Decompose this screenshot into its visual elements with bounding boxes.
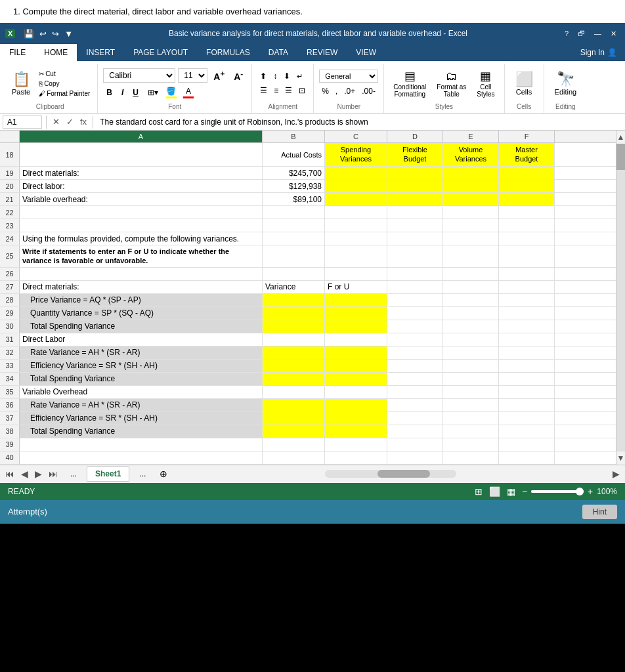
horizontal-scrollbar-thumb[interactable]: [377, 470, 430, 478]
cell-e34[interactable]: [443, 373, 499, 385]
cell-a36[interactable]: Rate Variance = AH * (SR - AR): [20, 399, 263, 411]
zoom-out-button[interactable]: −: [522, 486, 527, 497]
cell-a18[interactable]: [20, 143, 263, 166]
cell-b39[interactable]: [263, 438, 325, 451]
cell-e35[interactable]: [443, 386, 499, 398]
tab-prev-button[interactable]: ◀: [18, 467, 31, 480]
cell-a33[interactable]: Efficiency Variance = SR * (SH - AH): [20, 360, 263, 372]
percent-button[interactable]: %: [319, 85, 332, 97]
cell-a22[interactable]: [20, 206, 263, 219]
cell-e29[interactable]: [443, 307, 499, 320]
top-align-button[interactable]: ⬆: [257, 70, 269, 82]
cell-f28[interactable]: [499, 294, 555, 306]
tab-review[interactable]: REVIEW: [297, 44, 347, 61]
col-header-d[interactable]: D: [387, 131, 443, 142]
cell-e28[interactable]: [443, 294, 499, 306]
editing-button[interactable]: 🔭 Editing: [550, 68, 582, 98]
cell-f20[interactable]: [499, 180, 555, 192]
tab-home[interactable]: HOME: [35, 44, 77, 61]
cell-c38[interactable]: [325, 425, 387, 438]
tab-ellipsis-left[interactable]: ...: [62, 466, 85, 482]
cell-e37[interactable]: [443, 412, 499, 425]
cell-b25[interactable]: [263, 245, 325, 267]
col-header-f[interactable]: F: [499, 131, 555, 142]
cell-a37[interactable]: Efficiency Variance = SR * (SH - AH): [20, 412, 263, 425]
cell-reference-input[interactable]: [3, 116, 42, 129]
cell-f29[interactable]: [499, 307, 555, 320]
cell-e38[interactable]: [443, 425, 499, 438]
cell-b19[interactable]: $245,700: [263, 167, 325, 179]
cell-d32[interactable]: [387, 346, 443, 359]
tab-sheet1[interactable]: Sheet1: [87, 466, 129, 482]
cell-a21[interactable]: Variable overhead:: [20, 193, 263, 205]
cell-e31[interactable]: [443, 333, 499, 346]
cell-b31[interactable]: [263, 333, 325, 346]
cell-f37[interactable]: [499, 412, 555, 425]
close-button[interactable]: ✕: [607, 28, 620, 39]
cell-a39[interactable]: [20, 438, 263, 451]
cell-d38[interactable]: [387, 425, 443, 438]
cell-a28[interactable]: Price Variance = AQ * (SP - AP): [20, 294, 263, 306]
cell-d27[interactable]: [387, 281, 443, 293]
cell-f40[interactable]: [499, 452, 555, 464]
minimize-button[interactable]: —: [591, 28, 605, 39]
underline-button[interactable]: U: [129, 87, 142, 98]
decrease-decimal-button[interactable]: .00-: [359, 85, 378, 97]
cell-c23[interactable]: [325, 219, 387, 232]
cut-button[interactable]: ✂ Cut: [37, 70, 92, 78]
cell-f34[interactable]: [499, 373, 555, 385]
font-name-select[interactable]: Calibri: [103, 68, 175, 83]
cell-d30[interactable]: [387, 320, 443, 333]
zoom-in-button[interactable]: +: [588, 486, 593, 497]
cell-f38[interactable]: [499, 425, 555, 438]
cell-c35[interactable]: [325, 386, 387, 398]
cell-a27[interactable]: Direct materials:: [20, 281, 263, 293]
bottom-align-button[interactable]: ⬇: [281, 70, 293, 82]
cell-b36[interactable]: [263, 399, 325, 411]
cell-d25[interactable]: [387, 245, 443, 267]
page-break-icon[interactable]: ▦: [507, 486, 515, 497]
cell-b20[interactable]: $129,938: [263, 180, 325, 192]
sign-in-button[interactable]: Sign In 👤: [572, 44, 625, 61]
col-header-a[interactable]: A: [20, 131, 263, 142]
normal-view-icon[interactable]: ⊞: [475, 486, 483, 497]
cell-f21[interactable]: [499, 193, 555, 205]
cell-b35[interactable]: [263, 386, 325, 398]
tab-ellipsis-right[interactable]: ...: [131, 466, 154, 482]
cell-b23[interactable]: [263, 219, 325, 232]
copy-button[interactable]: ⎘ Copy: [37, 79, 92, 88]
cell-b33[interactable]: [263, 360, 325, 372]
cell-e26[interactable]: [443, 268, 499, 280]
cell-d39[interactable]: [387, 438, 443, 451]
redo-icon[interactable]: ↪: [50, 28, 61, 39]
cell-f33[interactable]: [499, 360, 555, 372]
font-color-button[interactable]: A: [181, 86, 196, 99]
cell-c27[interactable]: F or U: [325, 281, 387, 293]
decrease-font-button[interactable]: A-: [230, 68, 246, 83]
scroll-down-arrow[interactable]: ▼: [617, 452, 625, 465]
cell-c30[interactable]: [325, 320, 387, 333]
cell-d23[interactable]: [387, 219, 443, 232]
help-button[interactable]: ?: [561, 28, 572, 39]
cell-a32[interactable]: Rate Variance = AH * (SR - AR): [20, 346, 263, 359]
cell-c26[interactable]: [325, 268, 387, 280]
cell-a31[interactable]: Direct Labor: [20, 333, 263, 346]
cell-f32[interactable]: [499, 346, 555, 359]
cell-d22[interactable]: [387, 206, 443, 219]
cell-c28[interactable]: [325, 294, 387, 306]
cell-a20[interactable]: Direct labor:: [20, 180, 263, 192]
cell-a19[interactable]: Direct materials:: [20, 167, 263, 179]
cell-b28[interactable]: [263, 294, 325, 306]
cell-a26[interactable]: [20, 268, 263, 280]
align-left-button[interactable]: ☰: [257, 85, 270, 96]
cell-a23[interactable]: [20, 219, 263, 232]
customize-icon[interactable]: ▼: [62, 28, 75, 39]
cell-d36[interactable]: [387, 399, 443, 411]
increase-decimal-button[interactable]: .0+: [341, 85, 358, 97]
cell-e39[interactable]: [443, 438, 499, 451]
cell-f30[interactable]: [499, 320, 555, 333]
col-header-c[interactable]: C: [325, 131, 387, 142]
cell-b34[interactable]: [263, 373, 325, 385]
hint-button[interactable]: Hint: [582, 505, 617, 519]
cell-b29[interactable]: [263, 307, 325, 320]
